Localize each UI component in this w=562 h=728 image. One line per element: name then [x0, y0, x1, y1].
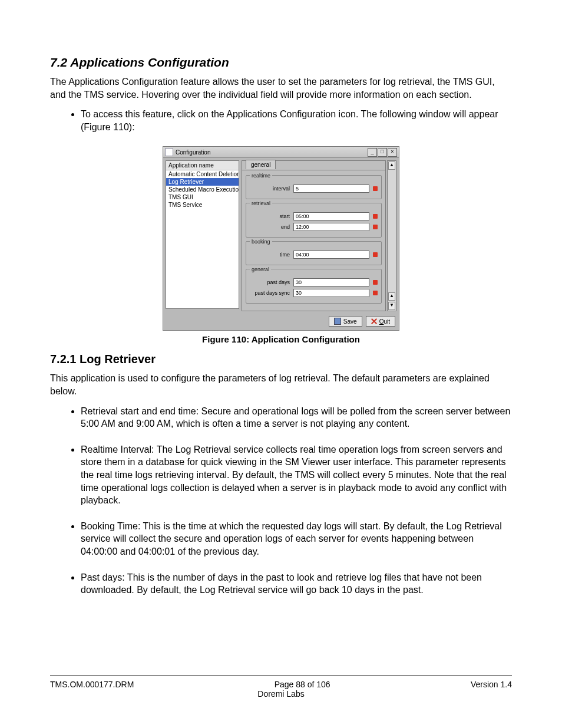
group-legend: general: [250, 266, 271, 272]
scroll-up-icon[interactable]: ▲: [388, 162, 395, 170]
footer-doc-id: TMS.OM.000177.DRM: [50, 680, 134, 689]
quit-button-label: Quit: [379, 318, 390, 325]
bullet-booking-time: Booking Time: This is the time at which …: [81, 520, 512, 558]
field-label: time: [250, 252, 293, 258]
application-list[interactable]: Application name Automatic Content Delet…: [166, 160, 239, 309]
minimize-button[interactable]: _: [368, 148, 377, 157]
close-icon: [371, 318, 377, 324]
group-legend: retrieval: [250, 200, 272, 206]
page-footer: TMS.OM.000177.DRM Page 88 of 106 Version…: [50, 676, 512, 699]
group-legend: booking: [250, 239, 272, 245]
bullet-retrieval-time: Retrieval start and end time: Secure and…: [81, 405, 512, 430]
list-item[interactable]: Log Retriever: [166, 178, 239, 186]
footer-page-number: Page 88 of 106: [275, 680, 330, 689]
application-list-header: Application name: [166, 161, 239, 170]
footer-company: Doremi Labs: [50, 689, 512, 699]
modified-flag-icon: [373, 280, 378, 285]
time-field[interactable]: [293, 251, 369, 259]
past-days-field[interactable]: [293, 278, 369, 286]
field-label: start: [250, 213, 293, 219]
tab-general[interactable]: general: [246, 160, 276, 169]
close-button[interactable]: ×: [388, 148, 397, 157]
modified-flag-icon: [373, 291, 378, 295]
configuration-window: Configuration _ □ × Application name Aut…: [163, 146, 399, 331]
save-button[interactable]: Save: [329, 316, 362, 327]
save-button-label: Save: [343, 318, 357, 325]
field-label: past days sync: [250, 290, 293, 296]
group-booking: booking time: [246, 241, 382, 265]
window-icon: [165, 148, 173, 156]
footer-version: Version 1.4: [471, 680, 512, 689]
group-retrieval: retrieval start end: [246, 203, 382, 238]
window-title: Configuration: [176, 149, 367, 156]
bullet-past-days: Past days: This is the number of days in…: [81, 571, 512, 597]
list-item[interactable]: TMS Service: [166, 201, 239, 209]
log-retriever-intro: This application is used to configure th…: [50, 372, 512, 397]
group-legend: realtime: [250, 173, 272, 179]
field-label: end: [250, 224, 293, 230]
quit-button[interactable]: Quit: [366, 316, 395, 327]
modified-flag-icon: [373, 186, 378, 191]
past-days-sync-field[interactable]: [293, 289, 369, 297]
intro-bullet: To access this feature, click on the App…: [81, 108, 512, 133]
scrollbar[interactable]: ▲ ▲ ▼: [387, 160, 396, 311]
modified-flag-icon: [373, 225, 378, 229]
list-item[interactable]: Scheduled Macro Execution: [166, 186, 239, 193]
modified-flag-icon: [373, 252, 378, 257]
interval-field[interactable]: [293, 185, 369, 193]
scroll-track[interactable]: [388, 170, 396, 292]
group-realtime: realtime interval: [246, 175, 382, 199]
figure-caption: Figure 110: Application Configuration: [50, 334, 512, 344]
maximize-button[interactable]: □: [378, 148, 387, 157]
bullet-realtime-interval: Realtime Interval: The Log Retrieval ser…: [81, 443, 512, 507]
field-label: interval: [250, 186, 293, 192]
start-field[interactable]: [293, 212, 369, 220]
list-item[interactable]: TMS GUI: [166, 193, 239, 201]
end-field[interactable]: [293, 223, 369, 231]
modified-flag-icon: [373, 214, 378, 219]
heading-7-2-1: 7.2.1 Log Retriever: [50, 353, 512, 366]
save-icon: [334, 318, 341, 325]
field-label: past days: [250, 279, 293, 285]
scroll-up-small-icon[interactable]: ▲: [388, 292, 395, 301]
group-general: general past days past days sync: [246, 269, 382, 304]
list-item[interactable]: Automatic Content Deletion: [166, 170, 239, 178]
intro-paragraph: The Applications Configuration feature a…: [50, 75, 512, 101]
scroll-down-icon[interactable]: ▼: [388, 302, 395, 310]
heading-7-2: 7.2 Applications Configuration: [50, 55, 512, 70]
titlebar[interactable]: Configuration _ □ ×: [163, 147, 399, 158]
